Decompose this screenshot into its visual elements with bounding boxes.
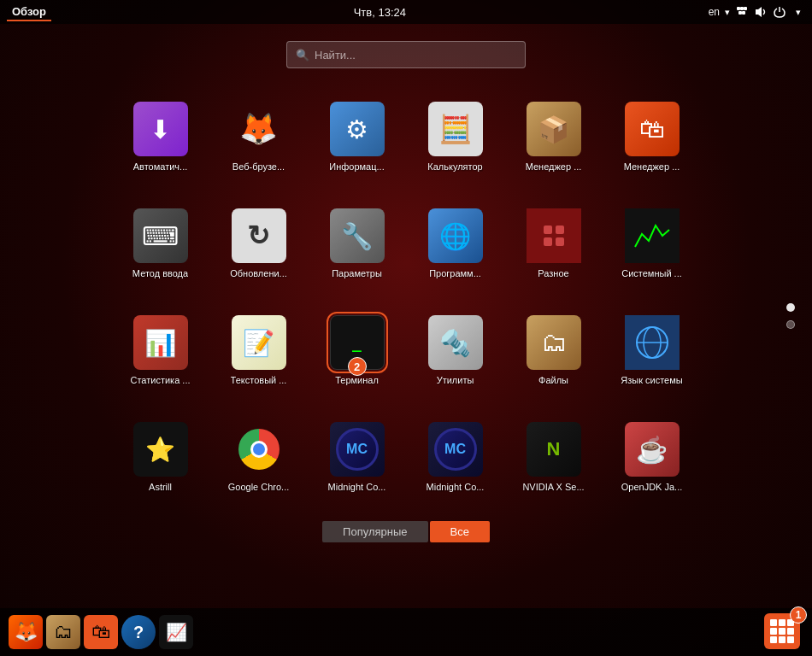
app-item-browser[interactable]: 🌐Программ... — [409, 192, 503, 295]
sysmon-icon: 📈 — [166, 622, 187, 642]
info-label: Информац... — [329, 161, 384, 172]
main-area: 🔍 Найти... ⬇Автоматич...🦊Веб-брузе...⚙Ин… — [0, 24, 812, 608]
utils-icon: 🔩 — [428, 315, 483, 370]
firefox-icon: 🦊 — [15, 621, 38, 643]
astrill-icon: ⭐ — [133, 422, 188, 477]
app-item-midnight1[interactable]: MC Midnight Co... — [310, 406, 404, 508]
svg-rect-2 — [744, 7, 747, 10]
openjdk-label: OpenJDK Ja... — [621, 482, 683, 492]
terminal-icon: _ 2 — [330, 315, 385, 370]
pkgmgr-icon: 📦 — [527, 102, 581, 156]
volume-icon[interactable] — [754, 5, 768, 19]
text-icon: 📝 — [232, 315, 286, 370]
chrome-icon — [232, 422, 286, 477]
dot-4 — [770, 628, 777, 635]
svg-rect-9 — [556, 237, 564, 246]
settings-icon: 🔧 — [330, 208, 385, 263]
svg-rect-3 — [738, 11, 742, 15]
app-grid: ⬇Автоматич...🦊Веб-брузе...⚙Информац...🧮К… — [114, 85, 699, 508]
search-icon: 🔍 — [296, 49, 309, 62]
svg-rect-4 — [742, 11, 745, 15]
midnight2-label: Midnight Co... — [427, 482, 485, 492]
stats-label: Статистика ... — [131, 375, 191, 385]
svg-rect-1 — [740, 7, 744, 10]
astrill-label: Astrill — [149, 482, 172, 492]
app-item-text[interactable]: 📝Текстовый ... — [212, 299, 306, 401]
browser-label: Программ... — [429, 268, 481, 278]
midnight2-icon: MC — [428, 422, 483, 477]
nvidia-icon: N — [527, 422, 581, 477]
taskbar-files[interactable]: 🗂 — [46, 615, 80, 649]
app-item-terminal[interactable]: _ 2Терминал — [310, 299, 404, 401]
app-item-pkgmgr[interactable]: 📦Менеджер ... — [507, 85, 601, 188]
app-item-keyboard[interactable]: ⌨Метод ввода — [114, 192, 208, 295]
panel-center: Чтв, 13:24 — [51, 6, 709, 19]
utils-label: Утилиты — [437, 375, 474, 385]
nvidia-label: NVIDIA X Se... — [522, 482, 584, 492]
app-item-update[interactable]: ↻Обновлени... — [212, 192, 306, 295]
aptmgr-icon: 🛍 — [625, 102, 680, 156]
app-item-stats[interactable]: 📊Статистика ... — [114, 299, 208, 401]
chrome-label: Google Chro... — [228, 482, 290, 492]
help-icon: ? — [133, 623, 144, 642]
network-icon[interactable] — [735, 5, 749, 19]
dot-2 — [779, 619, 786, 626]
overview-button[interactable]: Обзор — [7, 3, 51, 21]
app-item-astrill[interactable]: ⭐Astrill — [114, 406, 208, 508]
dot-8 — [779, 636, 786, 643]
svg-rect-7 — [556, 226, 564, 234]
pkgmgr-label: Менеджер ... — [526, 161, 582, 172]
app-item-chrome[interactable]: Google Chro... — [212, 406, 306, 508]
app-item-firefox[interactable]: 🦊Веб-брузе... — [212, 85, 306, 188]
tab-area: Популярные Все — [322, 521, 490, 542]
dot-1 — [770, 619, 777, 626]
language-indicator[interactable]: en — [709, 6, 720, 18]
chevron-menu-icon[interactable]: ▾ — [791, 5, 805, 19]
files-icon: 🗂 — [527, 315, 581, 370]
app-item-misc[interactable]: Разное — [507, 192, 601, 295]
taskbar-sysmon[interactable]: 📈 — [159, 615, 193, 649]
app-item-calc[interactable]: 🧮Калькулятор — [409, 85, 503, 188]
taskbar-aptmgr[interactable]: 🛍 — [84, 615, 118, 649]
update-icon: ↻ — [232, 208, 286, 263]
svg-rect-0 — [737, 7, 740, 10]
misc-icon — [527, 208, 581, 263]
app-item-settings[interactable]: 🔧Параметры — [310, 192, 404, 295]
app-item-info[interactable]: ⚙Информац... — [310, 85, 404, 188]
search-bar[interactable]: 🔍 Найти... — [286, 41, 526, 68]
app-item-aptmgr[interactable]: 🛍Менеджер ... — [605, 85, 699, 188]
apps-button-badge: 1 — [790, 606, 807, 624]
firefox-label: Веб-брузе... — [232, 161, 285, 172]
calc-label: Калькулятор — [427, 161, 482, 172]
taskbar-firefox[interactable]: 🦊 — [9, 615, 43, 649]
taskbar-help[interactable]: ? — [121, 615, 156, 649]
apps-button[interactable]: 1 — [764, 613, 800, 649]
dot-7 — [770, 636, 777, 643]
midnight1-icon: MC — [330, 422, 385, 477]
top-panel: Обзор Чтв, 13:24 en ▾ — [0, 0, 812, 24]
lang-label: Язык системы — [621, 375, 682, 385]
calc-icon: 🧮 — [428, 102, 483, 156]
app-item-openjdk[interactable]: ☕OpenJDK Ja... — [605, 406, 699, 508]
panel-right: en ▾ ▾ — [709, 5, 805, 19]
info-icon: ⚙ — [330, 102, 385, 156]
app-item-lang[interactable]: Язык системы — [605, 299, 699, 401]
app-item-migrator[interactable]: ⬇Автоматич... — [114, 85, 208, 188]
scroll-indicators — [786, 303, 795, 329]
aptmgr-icon: 🛍 — [91, 621, 110, 643]
tab-popular[interactable]: Популярные — [322, 521, 427, 542]
migrator-label: Автоматич... — [133, 161, 188, 172]
dot-9 — [787, 636, 794, 643]
app-item-midnight2[interactable]: MC Midnight Co... — [409, 406, 503, 508]
app-item-utils[interactable]: 🔩Утилиты — [409, 299, 503, 401]
misc-label: Разное — [538, 268, 568, 278]
svg-rect-8 — [544, 237, 552, 246]
text-label: Текстовый ... — [231, 375, 287, 385]
app-item-files[interactable]: 🗂Файлы — [507, 299, 601, 401]
dot-5 — [779, 628, 786, 635]
tab-all[interactable]: Все — [430, 521, 490, 542]
app-item-nvidia[interactable]: NNVIDIA X Se... — [507, 406, 601, 508]
app-item-sysmon[interactable]: Системный ... — [605, 192, 699, 295]
power-icon[interactable] — [773, 5, 786, 19]
lang-icon — [625, 315, 680, 370]
